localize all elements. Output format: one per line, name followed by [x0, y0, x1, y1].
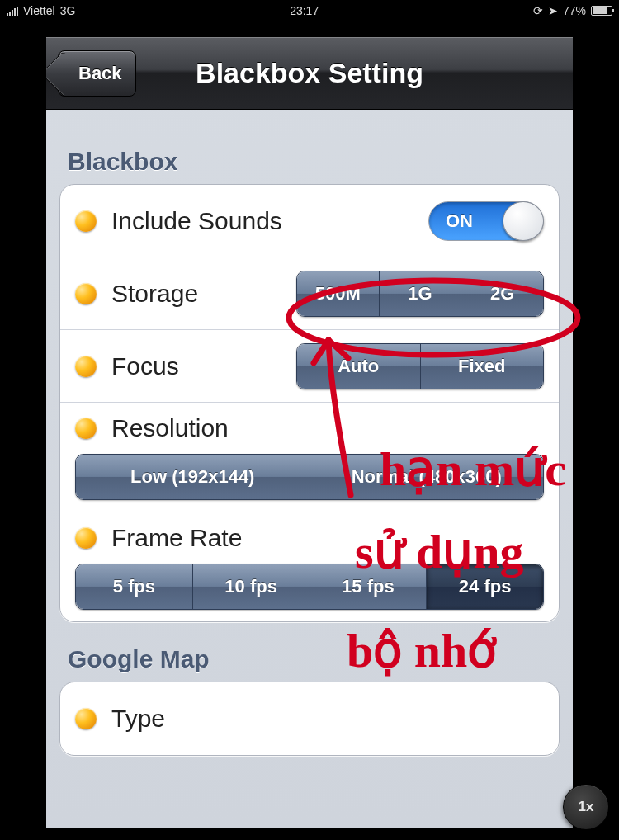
- back-button-label: Back: [78, 63, 122, 84]
- section-header-googlemap: Google Map: [68, 645, 551, 673]
- storage-option-2g[interactable]: 2G: [461, 271, 543, 316]
- zoom-indicator[interactable]: 1x: [563, 784, 609, 830]
- resolution-segmented[interactable]: Low (192x144) Normal (480x360): [75, 454, 544, 500]
- row-storage: Storage 500M 1G 2G: [60, 257, 559, 330]
- battery-icon: [591, 6, 612, 16]
- framerate-option-24[interactable]: 24 fps: [427, 564, 543, 609]
- focus-option-fixed[interactable]: Fixed: [421, 344, 544, 389]
- include-sounds-label: Include Sounds: [111, 207, 428, 235]
- section-header-blackbox: Blackbox: [68, 148, 551, 176]
- navigation-bar: Back Blackbox Setting: [46, 37, 573, 110]
- storage-label: Storage: [111, 280, 296, 308]
- settings-group-blackbox: Include Sounds ON Storage 500M 1G 2G: [59, 184, 560, 622]
- framerate-option-10[interactable]: 10 fps: [193, 564, 310, 609]
- bullet-icon: [75, 356, 97, 377]
- storage-option-1g[interactable]: 1G: [380, 271, 462, 316]
- framerate-label: Frame Rate: [111, 524, 544, 552]
- carrier-label: Viettel: [23, 4, 55, 17]
- framerate-option-15[interactable]: 15 fps: [310, 564, 428, 609]
- row-focus: Focus Auto Fixed: [60, 330, 559, 403]
- framerate-segmented[interactable]: 5 fps 10 fps 15 fps 24 fps: [75, 564, 544, 610]
- storage-segmented[interactable]: 500M 1G 2G: [296, 271, 544, 317]
- network-type-label: 3G: [60, 4, 76, 17]
- location-icon: ➤: [548, 4, 558, 17]
- settings-scroll[interactable]: Blackbox Include Sounds ON Storage 500M …: [46, 110, 573, 756]
- row-type[interactable]: Type: [60, 682, 559, 755]
- focus-option-auto[interactable]: Auto: [297, 344, 421, 389]
- storage-option-500m[interactable]: 500M: [297, 271, 380, 316]
- bullet-icon: [75, 418, 97, 439]
- back-button[interactable]: Back: [58, 50, 136, 97]
- bullet-icon: [75, 708, 97, 729]
- switch-on-label: ON: [446, 210, 473, 232]
- app-viewport: Back Blackbox Setting Blackbox Include S…: [45, 36, 574, 828]
- device-status-bar: Viettel 3G 23:17 ⟳ ➤ 77%: [0, 0, 619, 21]
- resolution-option-low[interactable]: Low (192x144): [76, 455, 310, 499]
- settings-group-googlemap: Type: [59, 682, 560, 756]
- include-sounds-switch[interactable]: ON: [428, 201, 544, 241]
- resolution-option-normal[interactable]: Normal (480x360): [310, 455, 544, 499]
- bullet-icon: [75, 527, 97, 549]
- focus-label: Focus: [111, 352, 296, 380]
- signal-strength-icon: [7, 6, 18, 16]
- row-include-sounds: Include Sounds ON: [60, 185, 559, 257]
- page-title: Blackbox Setting: [196, 57, 423, 89]
- framerate-option-5[interactable]: 5 fps: [76, 564, 193, 609]
- focus-segmented[interactable]: Auto Fixed: [296, 343, 544, 389]
- zoom-indicator-label: 1x: [579, 799, 594, 815]
- row-framerate: Frame Rate 5 fps 10 fps 15 fps 24 fps: [60, 512, 559, 621]
- bullet-icon: [75, 210, 97, 232]
- battery-percent-label: 77%: [563, 4, 586, 17]
- row-resolution: Resolution Low (192x144) Normal (480x360…: [60, 403, 559, 512]
- rotation-lock-icon: ⟳: [533, 4, 543, 17]
- resolution-label: Resolution: [111, 414, 544, 442]
- bullet-icon: [75, 283, 97, 304]
- type-label: Type: [111, 705, 544, 733]
- clock-label: 23:17: [290, 4, 319, 17]
- switch-knob: [503, 201, 544, 241]
